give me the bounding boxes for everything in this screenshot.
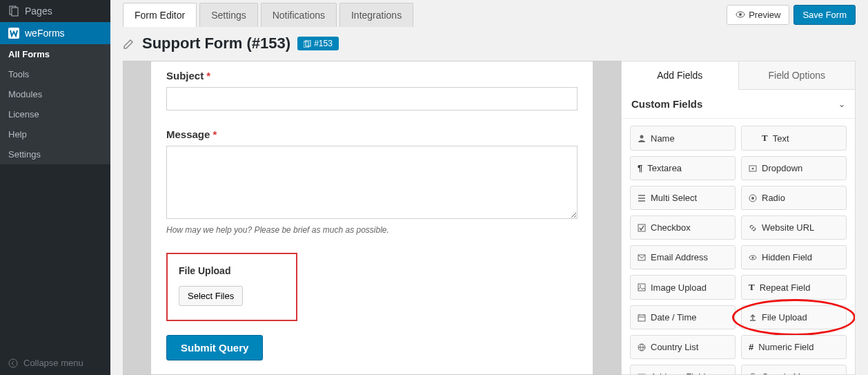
field-subject[interactable]: Subject * xyxy=(166,70,578,110)
collapse-label: Collapse menu xyxy=(23,358,83,368)
sidebar-sub-modules[interactable]: Modules xyxy=(0,84,110,104)
repeat-icon: T xyxy=(749,282,755,293)
shortcode-badge[interactable]: #153 xyxy=(297,37,339,50)
sidebar-label-weforms: weForms xyxy=(25,28,65,39)
collapse-menu[interactable]: Collapse menu xyxy=(0,351,110,375)
panel-tabs: Add Fields Field Options xyxy=(622,61,855,90)
field-type-country[interactable]: Country List xyxy=(630,335,736,359)
text-icon xyxy=(749,134,757,142)
map-pin-icon xyxy=(749,373,757,376)
message-hint: How may we help you? Please be brief as … xyxy=(166,225,578,235)
tab-notifications[interactable]: Notifications xyxy=(261,3,337,27)
message-textarea[interactable] xyxy=(166,146,578,219)
svg-point-11 xyxy=(751,197,754,200)
field-type-repeat[interactable]: TRepeat Field xyxy=(741,275,847,300)
select-files-button[interactable]: Select Files xyxy=(179,286,243,306)
user-icon xyxy=(638,134,646,142)
field-type-textarea[interactable]: ¶Textarea xyxy=(630,156,736,180)
sidebar-sub-license[interactable]: License xyxy=(0,104,110,124)
field-type-google-map[interactable]: Google Map xyxy=(741,365,847,375)
hash-icon: # xyxy=(749,342,753,352)
admin-sidebar: Pages weForms All Forms Tools Modules Li… xyxy=(0,0,110,375)
sidebar-sub-tools[interactable]: Tools xyxy=(0,64,110,84)
svg-point-17 xyxy=(640,285,641,287)
canvas-wrap: Subject * Message * How may we help you?… xyxy=(123,61,621,375)
radio-icon xyxy=(749,194,757,202)
field-type-name[interactable]: Name xyxy=(630,126,736,151)
tab-integrations[interactable]: Integrations xyxy=(339,3,413,27)
field-type-dropdown[interactable]: Dropdown xyxy=(741,156,847,180)
link-icon xyxy=(749,224,757,232)
chevron-down-icon: ⌄ xyxy=(838,99,845,109)
sidebar-label-pages: Pages xyxy=(25,6,52,17)
svg-point-8 xyxy=(640,135,644,139)
eye-slash-icon xyxy=(749,253,757,262)
field-type-website-url[interactable]: Website URL xyxy=(741,215,847,240)
field-type-text[interactable]: TText xyxy=(741,126,847,151)
form-canvas: Subject * Message * How may we help you?… xyxy=(151,61,593,375)
caret-icon xyxy=(749,164,757,173)
preview-button[interactable]: Preview xyxy=(727,5,789,25)
sidebar-item-pages[interactable]: Pages xyxy=(0,0,110,22)
copy-icon xyxy=(304,40,311,48)
sidebar-item-weforms[interactable]: weForms xyxy=(0,22,110,44)
pencil-icon xyxy=(123,37,135,50)
custom-fields-grid: Name TText ¶Textarea Dropdown Multi Sele… xyxy=(622,119,855,375)
section-custom-fields[interactable]: Custom Fields ⌄ xyxy=(622,90,855,119)
globe-icon xyxy=(638,343,646,352)
panel-tab-add-fields[interactable]: Add Fields xyxy=(622,61,739,90)
field-type-numeric[interactable]: #Numeric Field xyxy=(741,335,847,359)
list-icon xyxy=(638,194,646,202)
editor-row: Subject * Message * How may we help you?… xyxy=(110,61,868,375)
file-upload-label: File Upload xyxy=(179,265,285,276)
weforms-icon xyxy=(8,28,19,39)
tab-settings[interactable]: Settings xyxy=(199,3,258,27)
submit-button[interactable]: Submit Query xyxy=(166,335,263,360)
collapse-icon xyxy=(8,358,18,368)
subject-input[interactable] xyxy=(166,87,578,110)
address-icon xyxy=(638,373,646,376)
envelope-icon xyxy=(638,253,646,262)
paragraph-icon: ¶ xyxy=(638,163,642,173)
field-type-multi-select[interactable]: Multi Select xyxy=(630,186,736,210)
sidebar-sub-settings[interactable]: Settings xyxy=(0,144,110,164)
field-type-checkbox[interactable]: Checkbox xyxy=(630,215,736,240)
field-type-address[interactable]: Address Field xyxy=(630,365,736,375)
preview-label: Preview xyxy=(749,10,780,20)
tabbar: Form Editor Settings Notifications Integ… xyxy=(110,0,868,29)
image-icon xyxy=(638,283,646,291)
sidebar-sub-help[interactable]: Help xyxy=(0,124,110,144)
title-row: Support Form (#153) #153 xyxy=(110,29,868,61)
field-message[interactable]: Message * How may we help you? Please be… xyxy=(166,128,578,235)
field-type-file-upload[interactable]: File Upload xyxy=(741,305,847,329)
shortcode-text: #153 xyxy=(314,39,333,48)
svg-rect-1 xyxy=(12,8,18,16)
checkbox-icon xyxy=(638,224,646,232)
message-label: Message * xyxy=(166,128,578,140)
svg-rect-12 xyxy=(638,224,645,231)
svg-point-15 xyxy=(752,256,754,258)
fields-panel: Add Fields Field Options Custom Fields ⌄… xyxy=(621,61,856,375)
pages-icon xyxy=(8,6,19,17)
field-type-email[interactable]: Email Address xyxy=(630,245,736,269)
sidebar-submenu: All Forms Tools Modules License Help Set… xyxy=(0,44,110,164)
field-type-date-time[interactable]: Date / Time xyxy=(630,305,736,329)
subject-label: Subject * xyxy=(166,70,578,81)
field-type-radio[interactable]: Radio xyxy=(741,186,847,210)
main: Form Editor Settings Notifications Integ… xyxy=(110,0,868,375)
calendar-icon xyxy=(638,314,646,322)
svg-rect-16 xyxy=(638,284,645,291)
custom-fields-label: Custom Fields xyxy=(631,98,702,110)
form-title: Support Form (#153) xyxy=(142,35,290,52)
svg-point-3 xyxy=(9,359,17,367)
tab-form-editor[interactable]: Form Editor xyxy=(123,3,197,27)
sidebar-sub-all-forms[interactable]: All Forms xyxy=(0,44,110,64)
field-type-hidden[interactable]: Hidden Field xyxy=(741,245,847,269)
field-file-upload[interactable]: File Upload Select Files xyxy=(166,253,297,321)
save-form-button[interactable]: Save Form xyxy=(793,5,856,25)
eye-icon xyxy=(736,10,745,19)
svg-rect-18 xyxy=(638,315,645,321)
panel-tab-field-options[interactable]: Field Options xyxy=(739,61,856,90)
field-type-image-upload[interactable]: Image Upload xyxy=(630,275,736,300)
upload-icon xyxy=(749,314,757,322)
